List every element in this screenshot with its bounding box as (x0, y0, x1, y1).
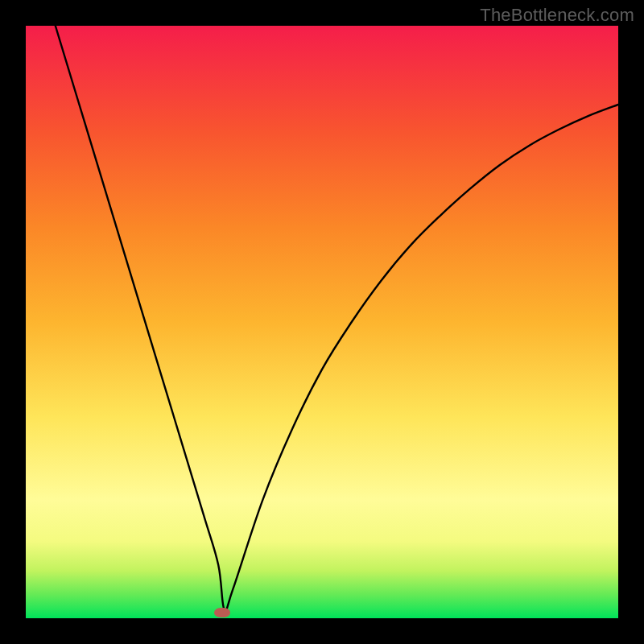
watermark-text: TheBottleneck.com (480, 5, 634, 26)
bottleneck-point-marker (214, 608, 230, 617)
chart-frame: TheBottleneck.com (0, 0, 644, 644)
bottleneck-curve (26, 26, 618, 618)
plot-area (26, 26, 618, 618)
